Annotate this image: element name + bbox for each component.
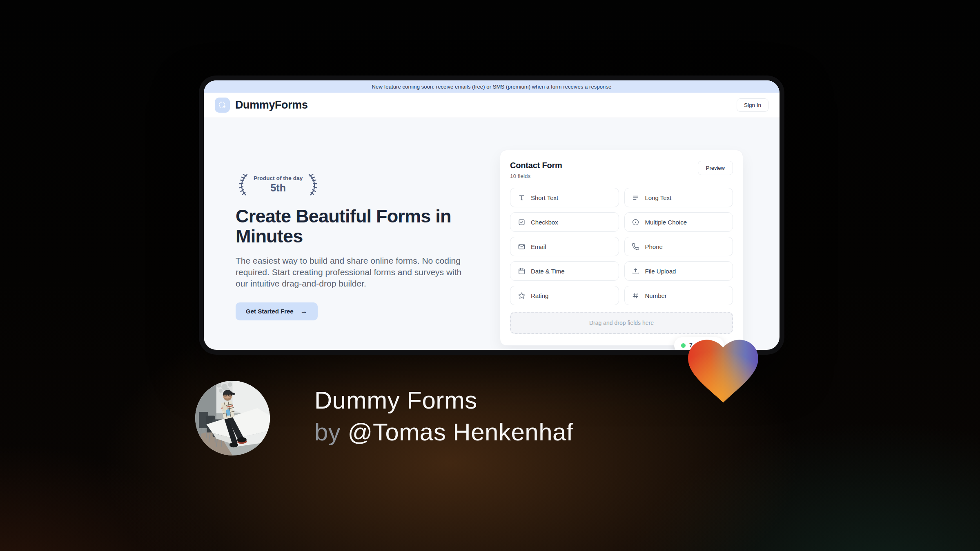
brand: DummyForms — [215, 98, 308, 113]
phone-icon — [632, 242, 640, 251]
field-item[interactable]: Short Text — [510, 188, 619, 207]
get-started-label: Get Started Free — [246, 308, 294, 315]
calendar-icon — [517, 267, 526, 275]
checkbox-icon — [517, 218, 526, 226]
field-label: Number — [645, 292, 667, 299]
form-card-heading: Contact Form 10 fields — [510, 161, 562, 179]
field-item[interactable]: Multiple Choice — [624, 212, 733, 232]
star-icon — [517, 291, 526, 300]
award-rank: 5th — [254, 182, 303, 194]
author-photo — [195, 381, 270, 455]
announcement-banner: New feature coming soon: receive emails … — [204, 80, 780, 93]
form-title: Contact Form — [510, 161, 562, 170]
navbar: DummyForms Sign In — [204, 93, 780, 118]
drag-drop-label: Drag and drop fields here — [589, 320, 654, 326]
gradient-heart-icon — [683, 330, 764, 403]
sign-in-button[interactable]: Sign In — [737, 98, 768, 112]
field-item[interactable]: Rating — [510, 286, 619, 305]
footer-byline: by @Tomas Henkenhaf — [314, 416, 573, 448]
hero-description: The easiest way to build and share onlin… — [236, 255, 472, 289]
envelope-icon — [517, 242, 526, 251]
field-item[interactable]: Email — [510, 237, 619, 256]
field-label: Email — [531, 243, 546, 250]
byline-prefix: by — [314, 418, 348, 446]
radio-icon — [632, 218, 640, 226]
byline-handle: @Tomas Henkenhaf — [348, 418, 574, 446]
hero-section: Product of the day 5th — [204, 118, 780, 350]
short-text-icon — [517, 193, 526, 202]
footer-title: Dummy Forms — [314, 384, 573, 416]
field-type-grid: Short Text Long Text Checkbox Multiple C… — [510, 188, 733, 305]
field-item[interactable]: Date & Time — [510, 261, 619, 281]
product-of-the-day-badge: Product of the day 5th — [236, 173, 321, 196]
footer-caption: Dummy Forms by @Tomas Henkenhaf — [314, 384, 573, 448]
field-item[interactable]: File Upload — [624, 261, 733, 281]
laurel-right-icon — [307, 173, 321, 196]
form-field-count: 10 fields — [510, 173, 562, 179]
award-text: Product of the day 5th — [251, 175, 305, 194]
long-text-icon — [632, 193, 640, 202]
form-card-header: Contact Form 10 fields Preview — [510, 161, 733, 179]
browser-window: New feature coming soon: receive emails … — [199, 76, 784, 355]
brand-name: DummyForms — [235, 99, 308, 111]
hash-icon — [632, 291, 640, 300]
dashed-selection-cursor-icon — [218, 101, 227, 110]
hero-left-column: Product of the day 5th — [236, 173, 481, 320]
app-viewport: New feature coming soon: receive emails … — [204, 80, 780, 350]
form-builder-card: Contact Form 10 fields Preview Short Tex… — [500, 150, 743, 346]
field-label: Rating — [531, 292, 548, 299]
hero-title: Create Beautiful Forms in Minutes — [236, 206, 464, 246]
get-started-button[interactable]: Get Started Free → — [236, 302, 318, 320]
field-item[interactable]: Checkbox — [510, 212, 619, 232]
field-item[interactable]: Phone — [624, 237, 733, 256]
award-title: Product of the day — [254, 175, 303, 181]
field-label: Long Text — [645, 194, 672, 201]
backdrop: New feature coming soon: receive emails … — [0, 0, 980, 551]
field-item[interactable]: Long Text — [624, 188, 733, 207]
field-item[interactable]: Number — [624, 286, 733, 305]
field-label: Checkbox — [531, 219, 558, 226]
field-label: Short Text — [531, 194, 558, 201]
field-label: Multiple Choice — [645, 219, 687, 226]
field-label: Phone — [645, 243, 663, 250]
announcement-text: New feature coming soon: receive emails … — [372, 84, 612, 90]
upload-icon — [632, 267, 640, 275]
laurel-left-icon — [236, 173, 249, 196]
preview-button[interactable]: Preview — [698, 161, 733, 175]
field-label: Date & Time — [531, 268, 565, 275]
field-label: File Upload — [645, 268, 676, 275]
brand-logo — [215, 98, 230, 113]
arrow-right-icon: → — [301, 307, 307, 315]
